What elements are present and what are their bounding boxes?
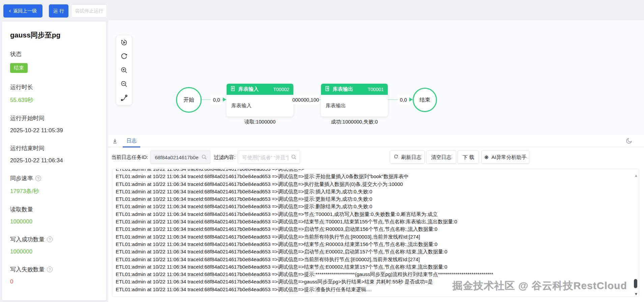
log-line: ETL01:admin at 10/22 11:06:34 traceId:68… [116,203,631,210]
log-line: ETL01:admin at 10/22 11:06:34 traceId:68… [116,173,631,180]
run-button[interactable]: 运 行 [49,4,68,18]
log-tabbar: 日志 [108,135,644,147]
app-root: ‹ 返回上一级 运 行 尝试停止运行 gauss同步至pg 状态 结束 运行时长… [0,0,644,302]
log-line: ETL01:admin at 10/22 11:06:34 traceId:68… [116,188,631,195]
node-id: T00002 [273,87,289,92]
table-input-icon [230,86,236,93]
table-input-node[interactable]: 库表输入 T00002 库表输入 [227,84,293,116]
field-value-write-fail: 0 [10,278,98,285]
moon-icon[interactable] [625,137,633,146]
log-line: ETL01:admin at 10/22 11:06:34 traceId:68… [116,169,631,173]
status-badge: 结束 [10,63,28,73]
flow-canvas[interactable]: 开始 0,0 库表输入 T00002 库表输入 [108,20,644,135]
sync-rate-text: 同步速率 [10,174,33,182]
edge-label: 0,0 [398,95,409,104]
field-label-sync-rate: 同步速率 ? [10,174,98,182]
tab-log[interactable]: 日志 [123,135,140,147]
log-line: ETL01:admin at 10/22 11:06:34 traceId:68… [116,211,631,218]
field-value-sync-rate: 17973条/秒 [10,187,98,195]
ai-analysis-button[interactable]: ❋ AI异常分析助手 [481,150,529,164]
field-value-read-count: 1000000 [10,218,98,225]
canvas-toolbar [116,35,132,105]
edge-label: 000000,100 [292,95,319,104]
help-icon[interactable]: ? [35,175,41,181]
table-output-icon [324,86,330,93]
refresh-icon[interactable] [120,52,128,60]
search-icon[interactable] [291,154,297,161]
back-button[interactable]: ‹ 返回上一级 [3,4,42,18]
log-line: ETL01:admin at 10/22 11:06:34 traceId:68… [116,286,631,293]
log-line: ETL01:admin at 10/22 11:06:34 traceId:68… [116,195,631,203]
field-value-start-time: 2025-10-22 11:05:39 [10,127,98,134]
write-success-text: 写入成功数量 [10,236,45,243]
end-node[interactable]: 结束 [413,88,437,112]
write-fail-text: 写入失败数量 [10,266,45,273]
log-line: ETL01:admin at 10/22 11:06:34 traceId:68… [116,181,631,188]
node-type-label: 库表输入 [238,86,259,92]
field-label-end-time: 运行结束时间 [10,144,98,152]
task-info-panel: gauss同步至pg 状态 结束 运行时长 55.639秒 运行开始时间 202… [2,22,106,300]
log-viewer-wrap: ETL01:admin at 10/22 11:06:34 traceId:68… [112,169,639,297]
zoom-in-icon[interactable] [120,66,128,74]
field-value-end-time: 2025-10-22 11:06:34 [10,157,98,164]
field-value-write-success: 1000000 [10,248,98,255]
log-line: ETL01:admin at 10/22 11:06:34 traceId:68… [116,233,631,241]
help-icon[interactable]: ? [47,267,53,272]
log-line: ETL01:admin at 10/22 11:06:34 traceId:68… [116,271,631,278]
start-node-label: 开始 [183,97,194,104]
search-icon[interactable] [201,154,207,161]
task-title: gauss同步至pg [10,30,98,40]
refresh-icon [393,154,399,160]
log-line: ETL01:admin at 10/22 11:06:34 traceId:68… [116,263,631,271]
field-label-write-fail: 写入失败数量 ? [10,266,98,273]
download-log-label: 下 载 [463,154,474,161]
flow-route-icon[interactable] [120,94,128,102]
edge-label: 0,0 [211,95,222,104]
start-node[interactable]: 开始 [176,87,202,113]
node-write-stat: 成功:1000000,失败:0 [321,119,388,125]
replay-icon[interactable] [120,38,128,47]
status-label: 状态 [10,50,98,58]
edge-arrow-icon [223,98,226,102]
log-viewer[interactable]: ETL01:admin at 10/22 11:06:34 traceId:68… [112,169,639,297]
field-value-duration: 55.639秒 [10,96,98,104]
end-node-label: 结束 [419,97,430,104]
log-line: ETL01:admin at 10/22 11:06:34 traceId:68… [116,241,631,248]
download-icon[interactable] [112,138,118,144]
table-input-node-header: 库表输入 T00002 [227,84,293,95]
table-output-node-header: 库表输出 T00001 [321,84,388,95]
node-body-label: 库表输入 [227,95,293,116]
field-label-duration: 运行时长 [10,83,98,91]
log-line: ETL01:admin at 10/22 11:06:34 traceId:68… [116,248,631,255]
content-panel: 开始 0,0 库表输入 T00002 库表输入 [108,20,644,302]
help-icon[interactable]: ? [47,237,53,242]
stop-run-button[interactable]: 尝试停止运行 [71,4,107,18]
zoom-out-icon[interactable] [120,80,128,88]
node-type-label: 库表输出 [333,86,353,92]
top-toolbar: ‹ 返回上一级 运 行 尝试停止运行 [0,0,644,20]
chevron-left-icon: ‹ [9,8,11,13]
scrollbar-down-icon[interactable]: ▼ [634,292,638,296]
stop-run-button-label: 尝试停止运行 [75,8,103,13]
filter-label: 过滤内容: [214,154,235,161]
log-line: ETL01:admin at 10/22 11:06:34 traceId:68… [116,218,631,225]
table-output-node[interactable]: 库表输出 T00001 库表输出 [321,84,388,116]
download-log-button[interactable]: 下 载 [458,150,479,164]
node-id: T00001 [368,87,384,92]
scrollbar-up-icon[interactable]: ▲ [634,173,638,177]
ai-analysis-label: AI异常分析助手 [491,154,526,161]
edge-arrow-icon [409,98,413,102]
run-button-label: 运 行 [53,8,64,14]
task-id-label: 当前日志任务ID: [111,154,148,161]
refresh-log-button[interactable]: 刷新日志 [390,150,425,164]
ai-flower-icon: ❋ [484,154,489,161]
log-filter-row: 当前日志任务ID: 过滤内容: [108,147,644,167]
field-label-write-success: 写入成功数量 ? [10,236,98,243]
clear-log-button[interactable]: 清空日志 [426,150,456,164]
field-label-read-count: 读取数量 [10,205,98,213]
back-button-label: 返回上一级 [13,8,37,14]
node-body-label: 库表输出 [321,95,388,116]
clear-log-label: 清空日志 [431,154,451,161]
scrollbar-thumb[interactable] [634,279,637,288]
refresh-log-label: 刷新日志 [401,154,421,161]
